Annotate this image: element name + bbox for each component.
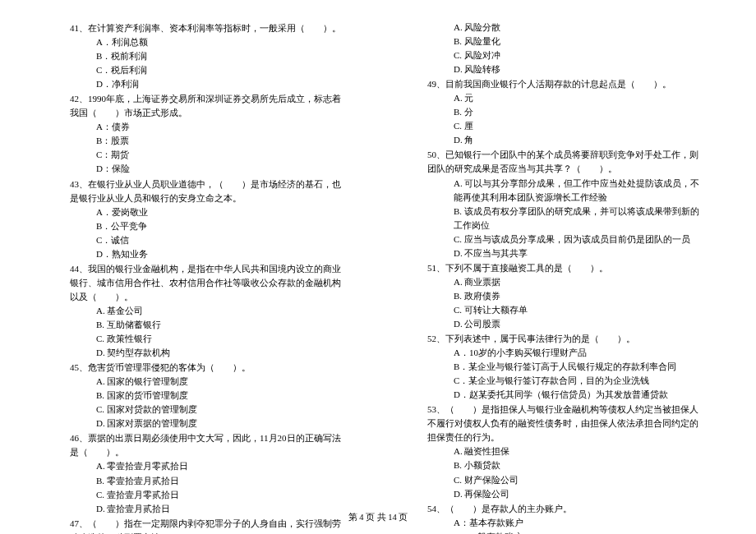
q44-stem: 44、我国的银行业金融机构，是指在中华人民共和国境内设立的商业银行、城市信用合作…	[70, 262, 347, 304]
q45-stem: 45、危害货币管理罪侵犯的客体为（ ）。	[70, 361, 347, 375]
q41-c: C．税后利润	[70, 63, 347, 77]
q46-c: C. 壹拾壹月零贰拾日	[70, 488, 347, 502]
q48-d: D. 风险转移	[427, 62, 707, 76]
q45-d: D. 国家对票据的管理制度	[70, 417, 347, 430]
q52-stem: 52、下列表述中，属于民事法律行为的是（ ）。	[427, 332, 707, 346]
q53-stem: 53、（ ）是指担保人与银行业金融机构等债权人约定当被担保人不履行对债权人负有的…	[427, 403, 707, 444]
right-column: A. 风险分散 B. 风险量化 C. 风险对冲 D. 风险转移 49、目前我国商…	[378, 21, 756, 505]
q43-c: C．诚信	[70, 233, 347, 247]
q50-a: A. 可以与其分享部分成果，但工作中应当处处提防该成员，不能再使其利用本团队资源…	[427, 177, 707, 205]
q45-c: C. 国家对贷款的管理制度	[70, 403, 347, 417]
q52-c: C．某企业与银行签订存款合同，目的为企业洗钱	[427, 374, 707, 388]
q44-a: A. 基金公司	[70, 304, 347, 318]
q43-b: B．公平竞争	[70, 219, 347, 233]
q53-c: C. 财产保险公司	[427, 473, 707, 487]
q45-a: A. 国家的银行管理制度	[70, 375, 347, 389]
q42-c: C：期货	[70, 148, 347, 162]
q51-a: A. 商业票据	[427, 275, 707, 289]
q49-d: D. 角	[427, 133, 707, 147]
q50-stem: 50、已知银行一个团队中的某个成员将要辞职到竞争对手处工作，则团队的研究成果是否…	[427, 148, 707, 176]
q48-c: C. 风险对冲	[427, 48, 707, 62]
q42-stem: 42、1990年底，上海证券交易所和深圳证券交易所先后成立，标志着我国（ ）市场…	[70, 92, 347, 120]
q45-b: B. 国家的货币管理制度	[70, 389, 347, 403]
q43-a: A．爱岗敬业	[70, 205, 347, 219]
q49-b: B. 分	[427, 105, 707, 119]
q52-d: D．赵某委托其同学（银行信贷员）为其发放普通贷款	[427, 388, 707, 402]
q53-a: A. 融资性担保	[427, 444, 707, 458]
q54-b: B：一般存款账户	[427, 530, 707, 534]
q52-b: B．某企业与银行签订高于人民银行规定的存款利率合同	[427, 360, 707, 374]
q52-a: A．10岁的小李购买银行理财产品	[427, 346, 707, 360]
exam-page: 41、在计算资产利润率、资本利润率等指标时，一般采用（ ）。 A．利润总额 B．…	[0, 0, 756, 505]
page-footer: 第 4 页 共 14 页	[0, 511, 756, 524]
q41-stem: 41、在计算资产利润率、资本利润率等指标时，一般采用（ ）。	[70, 21, 347, 35]
q48-b: B. 风险量化	[427, 35, 707, 48]
q46-stem: 46、票据的出票日期必须使用中文大写，因此，11月20日的正确写法是（ ）。	[70, 431, 347, 459]
q49-c: C. 厘	[427, 119, 707, 133]
q50-d: D. 不应当与其共享	[427, 246, 707, 260]
q53-d: D. 再保险公司	[427, 487, 707, 501]
q44-b: B. 互助储蓄银行	[70, 318, 347, 332]
q49-a: A. 元	[427, 91, 707, 105]
q42-d: D：保险	[70, 162, 347, 176]
q41-b: B．税前利润	[70, 49, 347, 63]
q41-d: D．净利润	[70, 77, 347, 91]
q43-d: D．熟知业务	[70, 247, 347, 261]
q46-a: A. 零壹拾壹月零贰拾日	[70, 459, 347, 473]
q44-d: D. 契约型存款机构	[70, 346, 347, 360]
q50-b: B. 该成员有权分享团队的研究成果，并可以将该成果带到新的工作岗位	[427, 205, 707, 232]
q50-c: C. 应当与该成员分享成果，因为该成员目前仍是团队的一员	[427, 232, 707, 246]
q42-b: B：股票	[70, 134, 347, 148]
q48-a: A. 风险分散	[427, 21, 707, 35]
q53-b: B. 小额贷款	[427, 458, 707, 472]
q51-b: B. 政府债券	[427, 289, 707, 303]
q51-c: C. 可转让大额存单	[427, 303, 707, 317]
q42-a: A：债券	[70, 120, 347, 134]
q44-c: C. 政策性银行	[70, 332, 347, 346]
q51-stem: 51、下列不属于直接融资工具的是（ ）。	[427, 261, 707, 275]
q51-d: D. 公司股票	[427, 317, 707, 331]
left-column: 41、在计算资产利润率、资本利润率等指标时，一般采用（ ）。 A．利润总额 B．…	[0, 21, 378, 505]
q41-a: A．利润总额	[70, 35, 347, 49]
q46-b: B. 零壹拾壹月贰拾日	[70, 474, 347, 488]
q43-stem: 43、在银行业从业人员职业道德中，（ ）是市场经济的基石，也是银行业从业人员和银…	[70, 177, 347, 205]
q49-stem: 49、目前我国商业银行个人活期存款的计息起点是（ ）。	[427, 77, 707, 91]
